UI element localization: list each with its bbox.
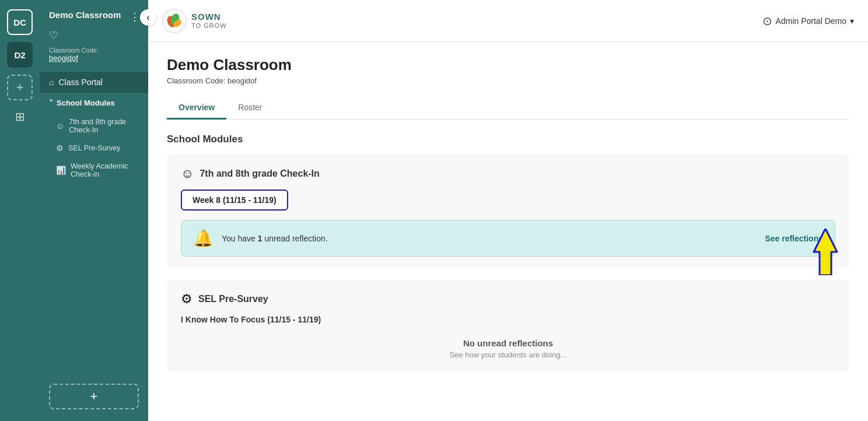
sidebar-school-modules-header[interactable]: ˅ School Modules bbox=[40, 93, 148, 113]
header-user-label: Admin Portal Demo bbox=[776, 16, 846, 26]
brain-icon: ⚙ bbox=[181, 292, 192, 307]
sidebar-classroom-name: Demo Classroom bbox=[49, 9, 121, 21]
sidebar-item-class-portal[interactable]: ⌂ Class Portal bbox=[40, 72, 148, 93]
section-title: School Modules bbox=[167, 134, 849, 145]
sel-week-label: I Know How To Focus (11/15 - 11/19) bbox=[181, 315, 835, 324]
sidebar-heart-icon[interactable]: ♡ bbox=[40, 29, 148, 47]
module-checkin-block: ☺ 7th and 8th grade Check-In Week 8 (11/… bbox=[167, 155, 849, 268]
week-badge[interactable]: Week 8 (11/15 - 11/19) bbox=[181, 190, 288, 210]
sidebar-code-value: beogidof bbox=[40, 54, 148, 72]
reflection-banner: 🔔 You have 1 unread reflection. See refl… bbox=[181, 220, 835, 257]
page-subtitle: Classroom Code: beogidof bbox=[167, 76, 849, 85]
reflection-text: You have 1 unread reflection. bbox=[222, 234, 328, 243]
see-students-label: See how your students are doing... bbox=[181, 350, 835, 359]
module-sel-header: ⚙ SEL Pre-Survey bbox=[181, 292, 835, 307]
chart-icon: 📊 bbox=[56, 166, 66, 175]
grid-icon[interactable]: ⊞ bbox=[15, 110, 25, 124]
dc-badge[interactable]: DC bbox=[7, 9, 33, 35]
home-icon: ⌂ bbox=[49, 78, 54, 87]
logo-icon bbox=[162, 9, 187, 33]
sidebar-more-icon[interactable]: ⋮ bbox=[128, 9, 141, 24]
page-title: Demo Classroom bbox=[167, 56, 849, 74]
svg-marker-4 bbox=[814, 229, 837, 275]
sidebar: ‹ Demo Classroom ⋮ ♡ Classroom Code: beo… bbox=[40, 0, 148, 421]
sidebar-header: Demo Classroom ⋮ bbox=[40, 9, 148, 29]
logo-togrow: TO GROW bbox=[191, 22, 227, 29]
gear-icon: ⚙ bbox=[56, 143, 64, 153]
chevron-down-icon: ▾ bbox=[850, 16, 854, 26]
user-account-icon: ⊙ bbox=[762, 14, 772, 28]
classroom-code: beogidof bbox=[228, 76, 257, 85]
sidebar-add-button[interactable]: + bbox=[49, 384, 139, 409]
sidebar-code-label: Classroom Code: bbox=[40, 47, 148, 54]
header-user-menu[interactable]: ⊙ Admin Portal Demo ▾ bbox=[762, 14, 854, 28]
top-header: SOWN TO GROW ⊙ Admin Portal Demo ▾ bbox=[148, 0, 868, 42]
d2-badge[interactable]: D2 bbox=[7, 42, 33, 68]
tab-overview[interactable]: Overview bbox=[167, 97, 226, 120]
chevron-down-icon: ˅ bbox=[49, 99, 53, 107]
no-reflections-label: No unread reflections bbox=[181, 331, 835, 350]
sidebar-item-checkin[interactable]: ☺ 7th and 8th grade Check-In bbox=[40, 113, 148, 139]
down-arrow-annotation bbox=[811, 229, 840, 275]
bell-icon: 🔔 bbox=[193, 229, 214, 248]
module-checkin-header: ☺ 7th and 8th grade Check-In bbox=[181, 166, 835, 181]
page-content: Demo Classroom Classroom Code: beogidof … bbox=[148, 42, 868, 421]
module-sel-block: ⚙ SEL Pre-Survey I Know How To Focus (11… bbox=[167, 280, 849, 371]
logo-text: SOWN TO GROW bbox=[191, 12, 227, 29]
reflection-left: 🔔 You have 1 unread reflection. bbox=[193, 229, 328, 248]
module-checkin-name: 7th and 8th grade Check-In bbox=[200, 169, 319, 179]
sidebar-item-weekly[interactable]: 📊 Weekly Academic Check-in bbox=[40, 157, 148, 183]
module-sel-name: SEL Pre-Survey bbox=[198, 294, 268, 304]
nav-strip: DC D2 + ⊞ bbox=[0, 0, 40, 421]
main-content: SOWN TO GROW ⊙ Admin Portal Demo ▾ Demo … bbox=[148, 0, 868, 421]
smiley-icon: ☺ bbox=[181, 166, 194, 181]
logo-sown: SOWN bbox=[191, 12, 227, 22]
logo: SOWN TO GROW bbox=[162, 9, 227, 33]
sidebar-collapse-button[interactable]: ‹ bbox=[140, 9, 156, 26]
tab-roster[interactable]: Roster bbox=[226, 97, 274, 120]
tabs: Overview Roster bbox=[167, 97, 849, 120]
sidebar-item-sel-pre[interactable]: ⚙ SEL Pre-Survey bbox=[40, 139, 148, 157]
nav-add-button[interactable]: + bbox=[7, 75, 33, 100]
smiley-icon: ☺ bbox=[56, 121, 64, 131]
